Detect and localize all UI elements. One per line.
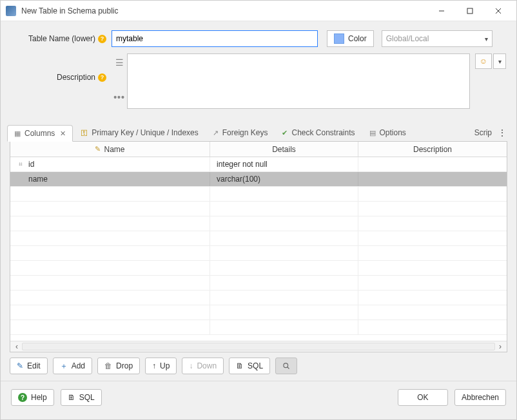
grid-body[interactable]: ⌗idinteger not nullnamevarchar(100)	[10, 157, 507, 341]
edit-button[interactable]: ✎ Edit	[10, 358, 48, 374]
sql-button[interactable]: 🗎 SQL	[229, 358, 270, 374]
table-row[interactable]	[10, 261, 507, 276]
tab-primary-key[interactable]: ⚿ Primary Key / Unique / Indexes	[74, 125, 204, 140]
emoji-button[interactable]: ☺	[475, 53, 492, 69]
app-icon	[6, 6, 16, 16]
link-icon: ↗	[213, 129, 219, 137]
color-button[interactable]: Color	[327, 30, 374, 47]
tab-check-constraints[interactable]: ✔ Check Constraints	[275, 125, 361, 140]
table-name-label: Table Name (lower) ?	[11, 34, 112, 43]
description-label: Description ?	[11, 53, 112, 82]
cell-name: id	[28, 160, 34, 169]
table-name-input[interactable]	[112, 30, 318, 47]
col-header-name[interactable]: ✎ Name	[10, 142, 210, 157]
window-controls	[427, 1, 512, 21]
scope-dropdown[interactable]: Global/Local ▾	[382, 30, 493, 47]
help-button[interactable]: ? Help	[11, 389, 54, 406]
scroll-track[interactable]	[22, 343, 495, 350]
search-icon	[282, 362, 290, 370]
minimize-button[interactable]	[427, 1, 456, 21]
dropdown-button[interactable]: ▾	[493, 53, 506, 69]
svg-rect-1	[467, 8, 473, 14]
arrow-down-icon: ↓	[189, 361, 193, 370]
add-button[interactable]: ＋ Add	[53, 358, 92, 374]
tab-options[interactable]: ▤ Options	[363, 125, 413, 140]
key-icon: ⚿	[81, 129, 88, 137]
table-row[interactable]: ⌗idinteger not null	[10, 157, 507, 172]
description-side-tools: ☰ •••	[112, 53, 127, 102]
table-row[interactable]	[10, 291, 507, 305]
dialog-content: Table Name (lower) ? Color Global/Local …	[1, 21, 516, 419]
drop-button[interactable]: 🗑 Drop	[97, 358, 140, 374]
chevron-down-icon: ▾	[485, 35, 488, 43]
help-icon[interactable]: ?	[98, 73, 106, 82]
col-header-details[interactable]: Details	[210, 142, 358, 157]
grid-toolbar: ✎ Edit ＋ Add 🗑 Drop ↑ Up ↓ Down 🗎 SQL	[1, 352, 516, 381]
maximize-button[interactable]	[456, 1, 484, 21]
trash-icon: 🗑	[104, 361, 112, 370]
table-row[interactable]	[10, 246, 507, 261]
check-icon: ✔	[282, 129, 288, 137]
column-icon	[17, 175, 24, 183]
column-icon: ⌗	[17, 160, 24, 168]
pencil-icon: ✎	[17, 361, 23, 370]
table-row[interactable]	[10, 231, 507, 246]
footer-sql-button[interactable]: 🗎 SQL	[61, 389, 102, 406]
scroll-right-icon[interactable]: ›	[495, 342, 505, 351]
format-icon[interactable]: ☰	[115, 57, 124, 68]
cancel-button[interactable]: Abbrechen	[454, 389, 506, 406]
down-button: ↓ Down	[182, 358, 224, 374]
help-icon[interactable]: ?	[98, 35, 106, 43]
titlebar: New Table in Schema public	[1, 1, 516, 21]
ok-button[interactable]: OK	[398, 389, 448, 406]
document-icon: 🗎	[236, 361, 244, 370]
form-area: Table Name (lower) ? Color Global/Local …	[1, 21, 516, 120]
table-row[interactable]	[10, 276, 507, 291]
table-row[interactable]	[10, 320, 507, 335]
tabs-overflow-button[interactable]: ⋮	[494, 126, 510, 140]
dialog-window: New Table in Schema public Table Name (l…	[0, 0, 517, 420]
plus-icon: ＋	[60, 361, 68, 372]
table-row[interactable]: namevarchar(100)	[10, 172, 507, 187]
description-textarea[interactable]	[127, 53, 470, 109]
search-button[interactable]	[275, 358, 297, 374]
help-icon: ?	[18, 393, 27, 402]
columns-grid: ✎ Name Details Description ⌗idinteger no…	[10, 141, 507, 352]
tab-script[interactable]: Scrip	[468, 125, 493, 140]
col-header-description[interactable]: Description	[358, 142, 507, 157]
close-tab-icon[interactable]: ✕	[60, 129, 66, 138]
table-row[interactable]	[10, 305, 507, 320]
chevron-down-icon: ▾	[498, 58, 502, 65]
options-icon: ▤	[369, 129, 376, 137]
table-row[interactable]	[10, 187, 507, 202]
dialog-footer: ? Help 🗎 SQL OK Abbrechen	[1, 381, 516, 414]
document-icon: 🗎	[68, 393, 75, 402]
table-row[interactable]	[10, 216, 507, 231]
cell-details: varchar(100)	[217, 175, 260, 184]
svg-line-5	[288, 367, 289, 369]
window-title: New Table in Schema public	[21, 6, 427, 15]
pencil-icon: ✎	[95, 145, 101, 153]
scroll-left-icon[interactable]: ‹	[12, 342, 22, 351]
kebab-icon: ⋮	[498, 128, 506, 137]
grid-header: ✎ Name Details Description	[10, 142, 507, 157]
columns-icon: ▦	[14, 129, 21, 138]
arrow-up-icon: ↑	[152, 361, 156, 370]
more-icon[interactable]: •••	[113, 92, 125, 102]
svg-point-4	[284, 363, 288, 368]
up-button[interactable]: ↑ Up	[145, 358, 177, 374]
color-swatch-icon	[334, 33, 344, 44]
tab-bar: ▦ Columns ✕ ⚿ Primary Key / Unique / Ind…	[1, 120, 516, 141]
horizontal-scrollbar[interactable]: ‹ ›	[10, 341, 507, 352]
tab-columns[interactable]: ▦ Columns ✕	[7, 125, 73, 142]
cell-name: name	[28, 175, 48, 184]
cell-details: integer not null	[217, 160, 268, 169]
close-button[interactable]	[484, 1, 512, 21]
table-row[interactable]	[10, 202, 507, 216]
emoji-icon: ☺	[480, 57, 487, 66]
tab-foreign-keys[interactable]: ↗ Foreign Keys	[206, 125, 275, 140]
